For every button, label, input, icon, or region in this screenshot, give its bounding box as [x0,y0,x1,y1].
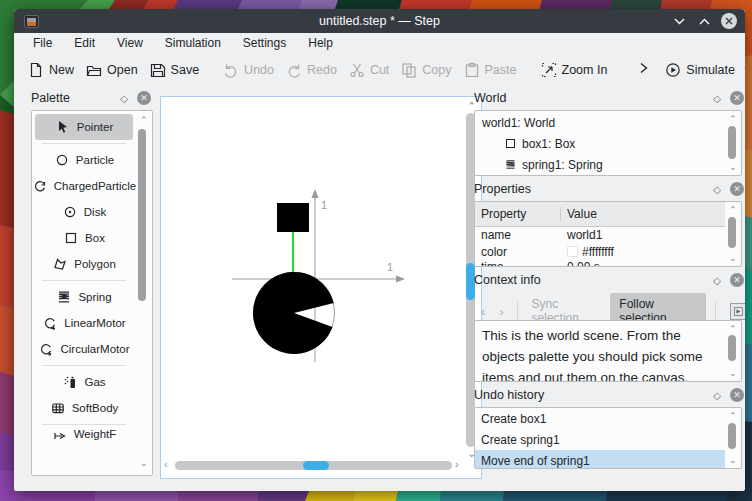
context-scroll-up-icon[interactable]: ⌃ [729,325,737,334]
property-row-name[interactable]: nameworld1 [475,227,725,244]
undo-history-close-icon[interactable]: ✕ [730,388,744,402]
context-scrollbar[interactable] [728,335,736,361]
palette-item-box[interactable]: Box [32,225,136,251]
undo-scrollbar[interactable] [728,423,736,449]
run-example-button[interactable] [730,303,745,320]
world-tree-item[interactable]: box1: Box [475,133,725,154]
palette-item-linearmotor[interactable]: LinearMotor [32,310,136,336]
undo-scroll-up-icon[interactable]: ⌃ [729,412,737,421]
linear-motor-icon [42,315,58,331]
toolbar-button-label: Simulate [686,63,735,77]
redo-icon [286,62,302,78]
canvas-scroll-left-icon[interactable]: ‹ [164,460,168,469]
undo-history-item[interactable]: Create spring1 [475,429,725,450]
palette-item-spring[interactable]: Spring [32,284,136,310]
property-column-header[interactable]: Property [475,207,561,221]
palette-item-disk[interactable]: Disk [32,199,136,225]
cut-button: Cut [343,58,395,82]
palette-item-circularmotor[interactable]: CircularMotor [32,336,136,362]
zoom-in-button[interactable]: Zoom In [535,58,614,82]
value-column-header[interactable]: Value [561,207,597,221]
context-info-float-icon[interactable]: ◇ [713,275,721,286]
undo-history-float-icon[interactable]: ◇ [713,390,721,401]
canvas-scroll-right-icon[interactable]: › [455,460,459,469]
palette-item-weightf[interactable]: WeightF [32,428,136,440]
app-window: untitled.step * — Step FileEditViewSimul… [14,9,745,491]
color-swatch [567,246,578,257]
world-close-icon[interactable]: ✕ [730,91,744,105]
palette-item-gas[interactable]: Gas [32,369,136,395]
palette-item-particle[interactable]: Particle [32,147,136,173]
palette-item-label: Spring [78,291,111,303]
palette-item-polygon[interactable]: Polygon [32,251,136,277]
palette-panel-header[interactable]: Palette ◇ ✕ [31,88,153,108]
world-canvas[interactable]: 1 1 ‹ › ⌃ ⌄ [160,96,482,479]
close-button[interactable] [721,13,737,29]
palette-scroll-up-icon[interactable]: ⌃ [140,116,148,125]
menu-view[interactable]: View [106,36,154,50]
canvas-hscrollbar-thumb[interactable] [303,461,329,470]
open-button[interactable]: Open [80,58,144,82]
world-scrollbar[interactable] [728,126,736,159]
palette-item-pointer[interactable]: Pointer [32,114,136,140]
palette-scroll-down-icon[interactable]: ⌄ [140,459,148,468]
new-button[interactable]: New [22,58,80,82]
properties-scroll-up-icon[interactable]: ⌃ [729,206,737,215]
undo-history-item[interactable]: Create box1 [475,408,725,429]
property-value-text: #ffffffff [582,245,614,259]
menu-file[interactable]: File [22,36,63,50]
menu-edit[interactable]: Edit [63,36,106,50]
menu-help[interactable]: Help [297,36,344,50]
simulate-dropdown-icon[interactable] [744,66,745,73]
menu-simulation[interactable]: Simulation [154,36,232,50]
copy-icon [401,62,417,78]
world-scroll-up-icon[interactable]: ⌃ [729,115,737,124]
properties-float-icon[interactable]: ◇ [713,184,721,195]
box-icon [63,230,79,246]
world-tree-item[interactable]: spring1: Spring [475,154,725,175]
menu-bar: FileEditViewSimulationSettingsHelp [14,33,745,53]
title-bar[interactable]: untitled.step * — Step [14,9,745,33]
menu-settings[interactable]: Settings [232,36,297,50]
context-info-panel-header[interactable]: Context info ◇ ✕ [474,270,745,290]
palette-close-icon[interactable]: ✕ [137,91,151,105]
context-info-close-icon[interactable]: ✕ [730,273,744,287]
property-value-text: world1 [567,228,602,242]
context-back-button[interactable]: ‹ [474,304,492,319]
undo-scroll-down-icon[interactable]: ⌄ [729,456,737,465]
undo-history-panel: Create box1Create spring1Move end of spr… [474,407,742,469]
maximize-button[interactable] [696,13,712,29]
polygon-icon [52,256,68,272]
toolbar-extension-arrow-icon[interactable] [639,62,649,77]
undo-history-panel-header[interactable]: Undo history ◇ ✕ [474,385,745,405]
world-scroll-down-icon[interactable]: ⌄ [729,163,737,172]
property-row-color[interactable]: color#ffffffff [475,244,725,261]
palette-float-icon[interactable]: ◇ [120,93,128,104]
palette-item-softbody[interactable]: SoftBody [32,395,136,421]
toolbar-button-label: Open [107,63,138,77]
main-toolbar: NewOpenSaveUndoRedoCutCopyPasteZoom InSi… [14,53,745,86]
context-forward-button[interactable]: › [492,304,510,319]
properties-table-header[interactable]: Property Value [475,202,725,227]
properties-panel-header[interactable]: Properties ◇ ✕ [474,179,745,199]
palette-scrollbar[interactable] [138,129,146,301]
toolbar-button-label: Cut [370,63,389,77]
palette-item-label: Polygon [74,258,116,270]
palette-item-chargedparticle[interactable]: ChargedParticle [32,173,136,199]
context-info-panel-title: Context info [474,273,713,287]
property-name: time [475,260,561,267]
property-row-time[interactable]: time0.00 s [475,260,725,267]
palette-item-label: LinearMotor [64,317,125,329]
properties-scrollbar[interactable] [728,217,736,248]
world-panel-header[interactable]: World ◇ ✕ [474,88,745,108]
minimize-button[interactable] [671,13,687,29]
simulate-button[interactable]: Simulate [659,58,745,82]
world-tree-item[interactable]: world1: World [475,112,725,133]
properties-close-icon[interactable]: ✕ [730,182,744,196]
save-button[interactable]: Save [144,58,206,82]
palette-item-label: Disk [84,206,106,218]
properties-scroll-down-icon[interactable]: ⌄ [729,254,737,263]
context-scroll-down-icon[interactable]: ⌄ [729,369,737,378]
world-float-icon[interactable]: ◇ [713,93,721,104]
undo-history-item[interactable]: Move end of spring1 [475,450,725,469]
